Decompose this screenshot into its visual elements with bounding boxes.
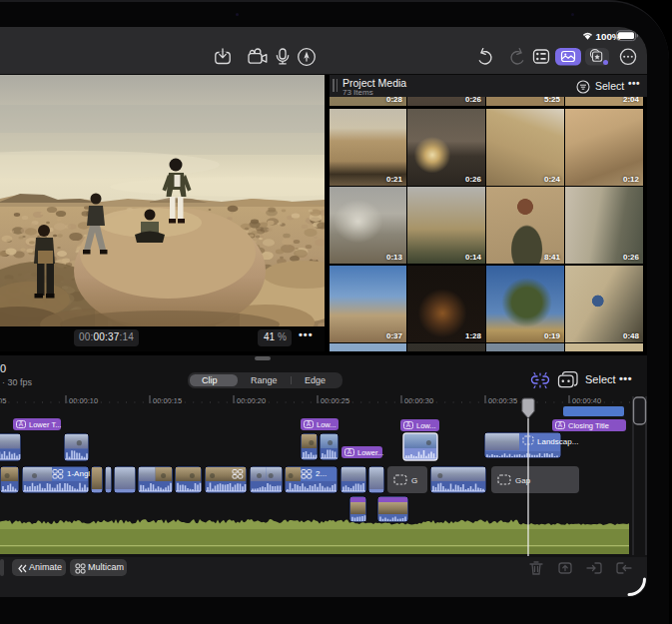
svg-text:Closing Title: Closing Title: [568, 421, 609, 430]
svg-text:00:00:15: 00:00:15: [153, 396, 182, 405]
svg-text:Low...: Low...: [317, 420, 336, 429]
svg-text:A: A: [347, 448, 352, 455]
svg-text:Lower T...: Lower T...: [29, 420, 61, 429]
svg-text:G: G: [411, 476, 417, 485]
svg-text:Landscap...: Landscap...: [537, 437, 578, 446]
svg-text:A: A: [19, 420, 24, 427]
svg-text:Low...: Low...: [416, 421, 436, 430]
svg-text:A: A: [558, 421, 563, 428]
svg-text:A: A: [307, 420, 312, 427]
svg-text:00:00:20: 00:00:20: [237, 396, 266, 405]
svg-text:00:00:35: 00:00:35: [488, 396, 517, 405]
svg-text:05: 05: [0, 396, 6, 405]
svg-text:00:00:25: 00:00:25: [321, 396, 349, 405]
svg-text:2...: 2...: [316, 469, 327, 478]
svg-text:A: A: [406, 421, 411, 428]
svg-text:00:00:10: 00:00:10: [69, 396, 98, 405]
svg-text:00:00:40: 00:00:40: [572, 396, 601, 405]
svg-text:00:00:30: 00:00:30: [404, 396, 433, 405]
svg-text:Lower...: Lower...: [357, 448, 383, 457]
